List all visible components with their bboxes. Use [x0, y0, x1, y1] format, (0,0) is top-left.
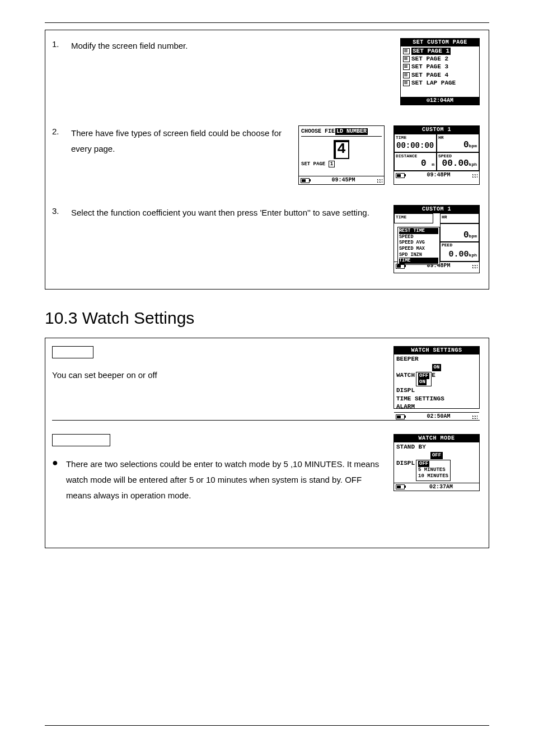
- beeper-row: You can set beeper on or off WATCH SETTI…: [52, 346, 480, 409]
- step-2: 2. There have five types of screen field…: [52, 125, 480, 185]
- bullet-icon: ●: [52, 458, 58, 468]
- signal-icon: [377, 178, 382, 183]
- step-text: Select the function coefficient you want…: [71, 205, 394, 221]
- tag-placeholder: [52, 434, 110, 446]
- step-number: 1.: [52, 38, 71, 49]
- signal-icon: [472, 173, 477, 178]
- step-1: 1. Modify the screen field number. SET C…: [52, 38, 480, 105]
- field-number: 4: [334, 140, 349, 159]
- lcd-watch-settings: WATCH SETTINGS BEEPER ON WATCHOFFONE DIS…: [394, 346, 480, 409]
- lcd-function-list: CUSTOM 1 TIME HR 0bpm PEED0.00kph REST T…: [394, 205, 480, 273]
- watchmode-row: ● There are two selections could be ente…: [52, 434, 480, 503]
- signal-icon: [472, 264, 477, 269]
- step-number: 2.: [52, 125, 71, 136]
- battery-icon: [396, 264, 405, 269]
- step-text: There have five types of screen field co…: [71, 125, 298, 157]
- lcd-watch-mode: WATCH MODE STAND BY OFF DISPLOFF 5 MINUT…: [394, 434, 480, 491]
- lcd-custom-1: CUSTOM 1 TIME00:00:00 HR0bpm DISTANCE0 m…: [394, 125, 480, 185]
- lcd-set-custom-page: SET CUSTOM PAGE SET PAGE 1 SET PAGE 2 SE…: [400, 38, 480, 105]
- function-popup: REST TIME SPEED SPEED AVG SPEED MAX SPD …: [397, 227, 440, 265]
- watchmode-text: There are two selections could be enter …: [66, 456, 394, 503]
- battery-icon: [396, 414, 405, 419]
- step-number: 3.: [52, 205, 71, 216]
- battery-icon: [396, 173, 405, 178]
- lcd-title: SET CUSTOM PAGE: [401, 39, 479, 46]
- battery-icon: [301, 178, 310, 183]
- tag-placeholder: [52, 346, 93, 358]
- watch-settings-box: You can set beeper on or off WATCH SETTI…: [45, 338, 489, 548]
- custom-page-steps: 1. Modify the screen field number. SET C…: [45, 30, 489, 290]
- battery-icon: [396, 484, 405, 489]
- signal-icon: [472, 414, 477, 419]
- step-text: Modify the screen field number.: [71, 38, 400, 54]
- lcd-choose-field: CHOOSE FIELD NUMBER 4 SET PAGE 1 09:45PM: [298, 125, 385, 185]
- step-3: 3. Select the function coefficient you w…: [52, 205, 480, 273]
- beeper-text: You can set beeper on or off: [52, 365, 394, 383]
- section-heading: 10.3 Watch Settings: [45, 309, 489, 328]
